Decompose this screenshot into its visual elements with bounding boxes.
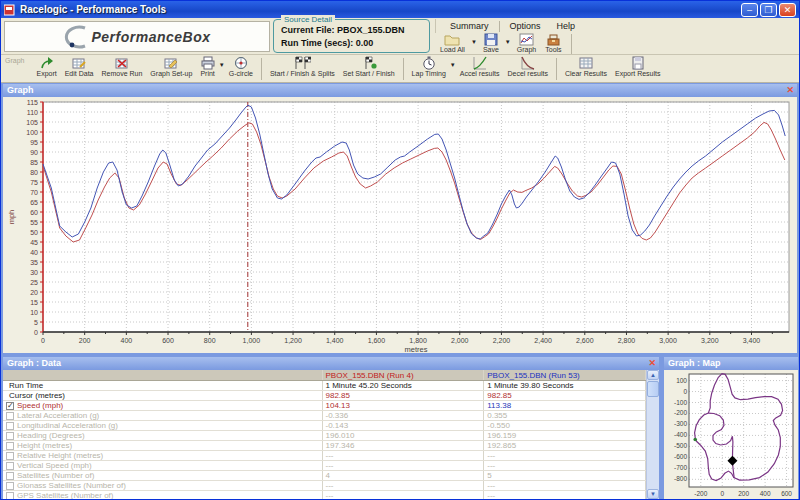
set-start-finish-button[interactable]: Set Start / Finish — [339, 56, 399, 77]
row-checkbox[interactable] — [6, 492, 14, 500]
row-label: Height (metres) — [17, 441, 72, 450]
row-value: 196.159 — [484, 431, 646, 440]
table-row[interactable]: Longitudinal Acceleration (g)-0.143-0.55… — [3, 421, 646, 431]
svg-text:50: 50 — [30, 229, 38, 236]
table-row[interactable]: Run Time1 Minute 45.20 Seconds1 Minute 3… — [3, 381, 646, 391]
svg-text:3,000: 3,000 — [659, 337, 677, 344]
accel-results-button[interactable]: Accel results — [456, 56, 504, 77]
speed-chart[interactable]: 0510152025303540455055606570758085909510… — [3, 97, 797, 353]
graph-button[interactable]: Graph — [514, 33, 539, 53]
row-value: 1 Minute 45.20 Seconds — [323, 381, 485, 390]
table-scrollbar[interactable]: ▲ ▼ — [646, 370, 659, 499]
close-button[interactable]: ✕ — [779, 3, 796, 17]
logo-text: PerformanceBox — [91, 29, 210, 45]
row-checkbox[interactable] — [6, 412, 14, 420]
svg-text:0: 0 — [683, 388, 687, 395]
row-value: 5 — [484, 471, 646, 480]
row-checkbox[interactable] — [6, 442, 14, 450]
row-value: -0.550 — [484, 421, 646, 430]
save-button[interactable]: Save — [480, 33, 502, 53]
table-row[interactable]: Relative Height (metres)------ — [3, 451, 646, 461]
svg-text:200: 200 — [738, 490, 749, 497]
table-row[interactable]: Satellites (Number of)45 — [3, 471, 646, 481]
svg-text:65: 65 — [30, 199, 38, 206]
row-label: Cursor (metres) — [9, 391, 65, 400]
lap-timing-icon — [422, 56, 436, 70]
map-panel: Graph : Map 1000-100-200-300-400-500-600… — [663, 356, 799, 500]
graph-panel: Graph ✕ 05101520253035404550556065707580… — [2, 83, 798, 354]
remove-run-button[interactable]: Remove Run — [98, 56, 147, 77]
graph-toolbar: Graph Export Edit Data Remove Run — [1, 55, 799, 83]
decel-results-button[interactable]: Decel results — [503, 56, 551, 77]
maximize-button[interactable]: ❐ — [760, 3, 777, 17]
row-checkbox[interactable] — [6, 452, 14, 460]
row-label: Heading (Degrees) — [17, 431, 85, 440]
table-row[interactable]: GPS Satellites (Number of)------ — [3, 491, 646, 499]
scroll-thumb[interactable] — [647, 381, 659, 397]
table-row[interactable]: Vertical Speed (mph)------ — [3, 461, 646, 471]
svg-text:mph: mph — [7, 210, 16, 225]
g-circle-icon — [234, 56, 248, 70]
svg-text:60: 60 — [30, 209, 38, 216]
export-button[interactable]: Export — [32, 56, 60, 77]
table-row[interactable]: Lateral Acceleration (g)-0.3360.355 — [3, 411, 646, 421]
row-value: 113.38 — [484, 401, 646, 410]
data-table: PBOX_155.DBN (Run 4)PBOX_155.DBN (Run 53… — [3, 370, 646, 499]
scroll-up-icon[interactable]: ▲ — [647, 370, 659, 380]
lap-timing-button[interactable]: Lap Timing — [408, 56, 450, 77]
row-value: 1 Minute 39.80 Seconds — [484, 381, 646, 390]
edit-data-button[interactable]: Edit Data — [61, 56, 98, 77]
load-all-dropdown-icon[interactable]: ▼ — [471, 39, 477, 45]
svg-text:2,400: 2,400 — [534, 337, 552, 344]
svg-text:20: 20 — [30, 289, 38, 296]
top-toolbar: Load All ▼ Save ▼ Graph — [435, 33, 575, 55]
data-panel-close-icon[interactable]: ✕ — [648, 358, 656, 370]
track-map[interactable]: 1000-100-200-300-400-500-600-700-800-200… — [664, 370, 798, 500]
print-button[interactable]: Print — [196, 56, 218, 77]
scroll-down-icon[interactable]: ▼ — [647, 489, 659, 499]
row-label: Speed (mph) — [17, 401, 63, 410]
graph-panel-close-icon[interactable]: ✕ — [786, 85, 794, 97]
table-row[interactable]: Heading (Degrees)196.010196.159 — [3, 431, 646, 441]
row-checkbox[interactable] — [6, 482, 14, 490]
workspace: Graph ✕ 05101520253035404550556065707580… — [1, 83, 799, 500]
table-row[interactable]: Height (metres)197.346192.865 — [3, 441, 646, 451]
graph-setup-icon — [164, 56, 178, 70]
g-circle-button[interactable]: G-circle — [225, 56, 257, 77]
load-all-button[interactable]: Load All — [437, 33, 468, 53]
table-row[interactable]: Glonass Satellites (Number of)------ — [3, 481, 646, 491]
graph-setup-button[interactable]: Graph Set-up — [146, 56, 196, 77]
row-checkbox[interactable] — [6, 422, 14, 430]
row-value: --- — [484, 461, 646, 470]
save-disk-icon — [484, 33, 498, 46]
menu-summary[interactable]: Summary — [442, 20, 497, 32]
svg-text:0: 0 — [41, 337, 45, 344]
toolbar-name: Graph — [5, 57, 24, 64]
map-panel-title: Graph : Map — [668, 358, 721, 370]
menu-options[interactable]: Options — [502, 20, 549, 32]
row-checkbox[interactable] — [6, 432, 14, 440]
minimize-button[interactable]: – — [741, 3, 758, 17]
export-results-button[interactable]: Export Results — [611, 56, 665, 77]
svg-text:1,000: 1,000 — [243, 337, 261, 344]
svg-text:5: 5 — [34, 319, 38, 326]
table-row[interactable]: ✓Speed (mph)104.13113.38 — [3, 401, 646, 411]
tools-button[interactable]: Tools — [542, 33, 564, 53]
menu-help[interactable]: Help — [549, 20, 584, 32]
save-dropdown-icon[interactable]: ▼ — [505, 39, 511, 45]
row-label: Glonass Satellites (Number of) — [17, 481, 126, 490]
table-row[interactable]: Cursor (metres)982.85982.85 — [3, 391, 646, 401]
clear-results-button[interactable]: Clear Results — [561, 56, 611, 77]
svg-text:10: 10 — [30, 309, 38, 316]
row-checkbox[interactable]: ✓ — [6, 402, 14, 410]
row-label: Relative Height (metres) — [17, 451, 103, 460]
svg-text:2,200: 2,200 — [493, 337, 511, 344]
start-finish-splits-button[interactable]: Start / Finish & Splits — [266, 56, 339, 77]
svg-text:100: 100 — [676, 377, 687, 384]
source-detail-legend: Source Detail — [281, 15, 335, 24]
graph-panel-titlebar: Graph ✕ — [3, 84, 797, 97]
row-checkbox[interactable] — [6, 462, 14, 470]
menu-separator — [499, 21, 500, 32]
row-checkbox[interactable] — [6, 472, 14, 480]
svg-text:30: 30 — [30, 269, 38, 276]
